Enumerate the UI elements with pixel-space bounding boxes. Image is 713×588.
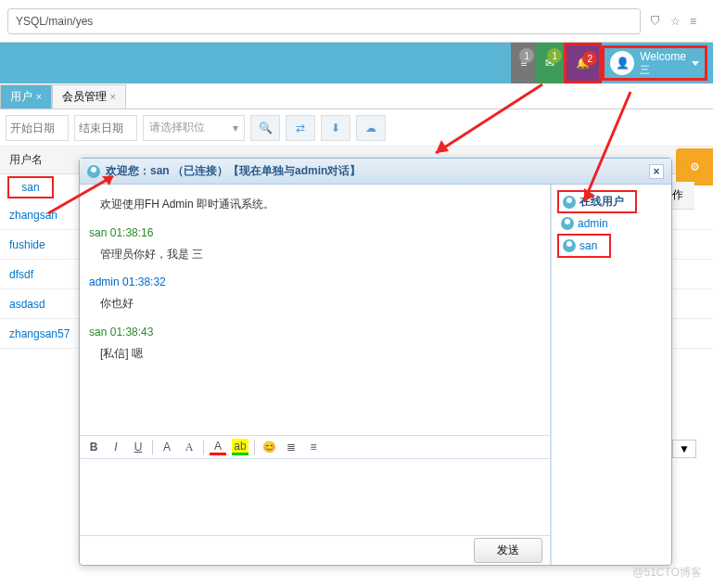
menu-icon[interactable]: ≡	[690, 15, 696, 28]
chat-titlebar[interactable]: 欢迎您：san （已连接）【现在单独与admin对话】 ×	[80, 159, 671, 185]
msg-body: [私信] 嗯	[89, 343, 541, 364]
close-icon[interactable]: ×	[649, 164, 664, 179]
chat-messages: 欢迎使用FH Admin 即时通讯系统。 san 01:38:16 管理员你好，…	[80, 185, 550, 435]
avatar-icon: 👤	[610, 51, 634, 75]
user-icon	[87, 165, 100, 178]
system-message: 欢迎使用FH Admin 即时通讯系统。	[89, 194, 541, 215]
italic-button[interactable]: I	[108, 439, 124, 455]
online-user-admin[interactable]: admin	[557, 213, 666, 234]
tab-users[interactable]: 用户×	[0, 84, 52, 109]
url-input[interactable]: YSQL/main/yes	[7, 8, 641, 34]
msg-body: 你也好	[89, 293, 541, 314]
welcome-user[interactable]: 👤 Welcome 三	[602, 45, 707, 81]
msg-header: san 01:38:43	[89, 322, 541, 343]
send-button[interactable]: 发送	[474, 538, 542, 563]
close-icon[interactable]: ×	[110, 92, 116, 102]
chat-input-area[interactable]	[80, 459, 550, 535]
fontsize-button[interactable]: A	[159, 439, 175, 455]
msg-body: 管理员你好，我是 三	[89, 244, 541, 265]
user-row-san[interactable]: san	[7, 176, 54, 198]
search-icon[interactable]: 🔍	[250, 115, 280, 141]
download-icon[interactable]: ⬇	[321, 115, 350, 141]
ol-button[interactable]: ≣	[283, 439, 299, 455]
msg-header: san 01:38:16	[89, 223, 541, 244]
bold-button[interactable]: B	[85, 439, 102, 455]
message-textarea[interactable]	[83, 463, 546, 531]
exchange-icon[interactable]: ⇄	[286, 115, 315, 141]
settings-gear[interactable]: ⚙	[676, 148, 713, 185]
top-navigation: ≡1 ✉1 🔔2 👤 Welcome 三	[0, 43, 713, 83]
bookmark-icon[interactable]: ⛉	[650, 15, 661, 28]
end-date-input[interactable]	[74, 115, 137, 141]
chat-window: 欢迎您：san （已连接）【现在单独与admin对话】 × 欢迎使用FH Adm…	[79, 158, 672, 566]
underline-button[interactable]: U	[130, 439, 146, 455]
online-user-san[interactable]: san	[557, 234, 611, 258]
mail-button[interactable]: ✉1	[536, 43, 564, 83]
emoji-button[interactable]: 😊	[261, 439, 277, 455]
cloud-icon[interactable]: ☁	[356, 115, 386, 141]
position-select[interactable]: 请选择职位▾	[143, 115, 245, 141]
close-icon[interactable]: ×	[36, 92, 42, 102]
tab-bar: 用户× 会员管理×	[0, 83, 713, 109]
tab-members[interactable]: 会员管理×	[52, 84, 126, 109]
pager-dropdown[interactable]: ▼	[672, 440, 696, 458]
star-icon[interactable]: ☆	[670, 15, 681, 28]
toolbar: 请选择职位▾ 🔍 ⇄ ⬇ ☁	[0, 109, 713, 147]
watermark: @51CTO博客	[632, 565, 702, 581]
bell-button[interactable]: 🔔2	[564, 43, 602, 83]
browser-address-bar: YSQL/main/yes ⛉ ☆ ≡	[0, 0, 713, 43]
ul-button[interactable]: ≡	[305, 439, 322, 455]
online-users-title: 在线用户	[557, 190, 637, 213]
highlight-button[interactable]: ab	[232, 439, 248, 455]
start-date-input[interactable]	[6, 115, 69, 141]
fontcolor-button[interactable]: A	[210, 439, 226, 455]
online-users-panel: 在线用户 admin san	[551, 185, 671, 565]
msg-header: admin 01:38:32	[89, 272, 541, 293]
list-button[interactable]: ≡1	[511, 43, 536, 83]
fontface-button[interactable]: A	[181, 439, 197, 455]
editor-toolbar: B I U A A A ab 😊 ≣ ≡	[80, 435, 550, 459]
chevron-down-icon	[692, 61, 699, 66]
